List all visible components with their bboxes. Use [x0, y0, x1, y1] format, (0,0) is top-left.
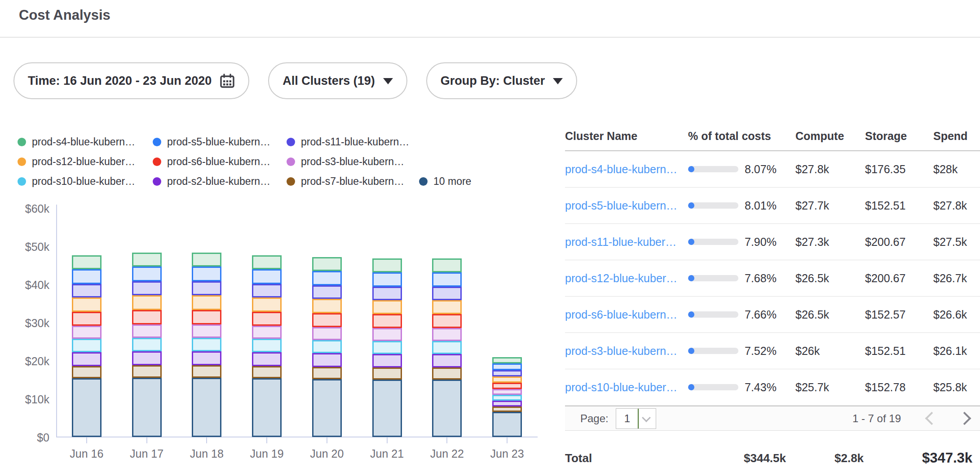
bar-segment-prod-s7-blue-kubern[interactable] [372, 367, 402, 380]
bar-segment-10-more[interactable] [372, 380, 402, 437]
bar-segment-prod-s5-blue-kubern[interactable] [492, 363, 522, 370]
legend-item-prod-s7-blue-kubern[interactable]: prod-s7-blue-kubern… [287, 175, 419, 188]
legend-item-prod-s11-blue-kubern[interactable]: prod-s11-blue-kubern… [287, 136, 419, 148]
bar-segment-10-more[interactable] [72, 378, 102, 437]
bar-segment-prod-s4-blue-kubern[interactable] [132, 253, 162, 267]
bar-segment-prod-s12-blue-kuber[interactable] [432, 300, 462, 314]
bar-segment-prod-s4-blue-kubern[interactable] [72, 255, 102, 269]
bar-segment-prod-s6-blue-kubern[interactable] [72, 312, 102, 326]
bar-segment-prod-s11-blue-kubern[interactable] [372, 287, 402, 300]
bar-segment-prod-s12-blue-kuber[interactable] [252, 297, 282, 312]
bar-segment-prod-s12-blue-kuber[interactable] [492, 376, 522, 383]
bar-segment-prod-s12-blue-kuber[interactable] [72, 297, 102, 312]
legend-item-prod-s4-blue-kubern[interactable]: prod-s4-blue-kubern… [18, 136, 153, 148]
next-page-button[interactable] [958, 412, 971, 425]
bar-segment-prod-s7-blue-kubern[interactable] [192, 365, 221, 378]
legend-item-prod-s3-blue-kubern[interactable]: prod-s3-blue-kubern… [287, 156, 419, 168]
bar-segment-prod-s2-blue-kubern[interactable] [132, 351, 162, 365]
bar-segment-prod-s6-blue-kubern[interactable] [192, 310, 221, 324]
bar-segment-10-more[interactable] [192, 378, 221, 437]
cluster-link[interactable]: prod-s3-blue-kubern… [565, 345, 688, 358]
page-select[interactable]: 1 [616, 408, 656, 429]
prev-page-button[interactable] [925, 412, 939, 425]
bar-segment-prod-s10-blue-kuber[interactable] [492, 395, 522, 401]
legend-item-prod-s2-blue-kubern[interactable]: prod-s2-blue-kubern… [153, 175, 287, 188]
bar-segment-prod-s11-blue-kubern[interactable] [72, 284, 102, 297]
cluster-link[interactable]: prod-s12-blue-kuber… [565, 272, 688, 285]
bar-segment-prod-s4-blue-kubern[interactable] [432, 258, 462, 272]
bar-segment-prod-s7-blue-kubern[interactable] [252, 366, 282, 378]
bar-segment-prod-s6-blue-kubern[interactable] [252, 312, 282, 326]
bar-segment-prod-s5-blue-kubern[interactable] [132, 267, 162, 281]
bar-segment-prod-s5-blue-kubern[interactable] [72, 269, 102, 284]
bar-segment-prod-s10-blue-kuber[interactable] [312, 340, 342, 353]
cluster-link[interactable]: prod-s11-blue-kuber… [565, 236, 688, 249]
bar-segment-prod-s7-blue-kubern[interactable] [492, 406, 522, 412]
bar-segment-prod-s11-blue-kubern[interactable] [432, 287, 462, 300]
time-range-filter[interactable]: Time: 16 Jun 2020 - 23 Jun 2020 [13, 62, 249, 99]
bar-segment-prod-s3-blue-kubern[interactable] [432, 328, 462, 341]
bar-segment-prod-s6-blue-kubern[interactable] [312, 313, 342, 327]
bar-segment-10-more[interactable] [312, 379, 342, 437]
bar-segment-10-more[interactable] [492, 412, 522, 437]
bar-segment-prod-s10-blue-kuber[interactable] [372, 341, 402, 354]
bar-segment-prod-s7-blue-kubern[interactable] [432, 367, 462, 380]
bar-segment-prod-s2-blue-kubern[interactable] [192, 351, 221, 365]
bar-segment-prod-s10-blue-kuber[interactable] [132, 338, 162, 351]
bar-segment-prod-s4-blue-kubern[interactable] [312, 257, 342, 271]
legend-item-prod-s10-blue-kuber[interactable]: prod-s10-blue-kuber… [18, 175, 153, 188]
bar-segment-prod-s2-blue-kubern[interactable] [492, 401, 522, 406]
bar-segment-10-more[interactable] [252, 378, 282, 437]
bar-segment-prod-s12-blue-kuber[interactable] [372, 300, 402, 314]
bar-segment-prod-s3-blue-kubern[interactable] [372, 328, 402, 341]
bar-segment-prod-s2-blue-kubern[interactable] [312, 353, 342, 367]
bar-segment-prod-s12-blue-kuber[interactable] [132, 295, 162, 310]
bar-segment-prod-s3-blue-kubern[interactable] [132, 324, 162, 338]
bar-segment-prod-s4-blue-kubern[interactable] [252, 255, 282, 269]
bar-segment-prod-s11-blue-kubern[interactable] [492, 370, 522, 376]
bar-segment-prod-s10-blue-kuber[interactable] [192, 338, 221, 351]
bar-segment-prod-s11-blue-kubern[interactable] [132, 281, 162, 295]
bar-segment-prod-s2-blue-kubern[interactable] [252, 352, 282, 366]
legend-item-prod-s12-blue-kuber[interactable]: prod-s12-blue-kuber… [18, 156, 153, 168]
bar-segment-prod-s3-blue-kubern[interactable] [72, 326, 102, 339]
legend-item-prod-s6-blue-kubern[interactable]: prod-s6-blue-kubern… [153, 156, 287, 168]
bar-segment-prod-s10-blue-kuber[interactable] [432, 341, 462, 354]
bar-segment-prod-s4-blue-kubern[interactable] [372, 258, 402, 272]
bar-segment-prod-s4-blue-kubern[interactable] [492, 357, 522, 363]
bar-segment-prod-s6-blue-kubern[interactable] [132, 310, 162, 324]
bar-segment-prod-s11-blue-kubern[interactable] [312, 285, 342, 299]
bar-segment-prod-s10-blue-kuber[interactable] [252, 339, 282, 352]
bar-segment-prod-s11-blue-kubern[interactable] [192, 281, 221, 295]
bar-segment-prod-s11-blue-kubern[interactable] [252, 284, 282, 297]
bar-segment-prod-s5-blue-kubern[interactable] [192, 267, 221, 281]
bar-segment-prod-s2-blue-kubern[interactable] [372, 354, 402, 367]
cluster-link[interactable]: prod-s10-blue-kuber… [565, 381, 688, 394]
cluster-link[interactable]: prod-s6-blue-kubern… [565, 308, 688, 321]
clusters-filter[interactable]: All Clusters (19) [268, 62, 407, 99]
bar-segment-prod-s3-blue-kubern[interactable] [492, 389, 522, 395]
bar-segment-prod-s12-blue-kuber[interactable] [312, 299, 342, 313]
bar-segment-prod-s3-blue-kubern[interactable] [312, 327, 342, 340]
bar-segment-prod-s6-blue-kubern[interactable] [492, 383, 522, 389]
bar-segment-prod-s5-blue-kubern[interactable] [252, 269, 282, 284]
group-by-filter[interactable]: Group By: Cluster [426, 62, 578, 99]
bar-segment-prod-s4-blue-kubern[interactable] [192, 253, 221, 267]
bar-segment-prod-s6-blue-kubern[interactable] [432, 314, 462, 328]
bar-segment-prod-s3-blue-kubern[interactable] [252, 326, 282, 339]
bar-segment-prod-s2-blue-kubern[interactable] [432, 354, 462, 367]
bar-segment-prod-s7-blue-kubern[interactable] [72, 366, 102, 378]
bar-segment-prod-s10-blue-kuber[interactable] [72, 339, 102, 352]
bar-segment-prod-s5-blue-kubern[interactable] [432, 272, 462, 287]
bar-segment-prod-s2-blue-kubern[interactable] [72, 352, 102, 366]
bar-segment-prod-s5-blue-kubern[interactable] [372, 272, 402, 287]
bar-segment-prod-s7-blue-kubern[interactable] [132, 365, 162, 378]
bar-segment-prod-s3-blue-kubern[interactable] [192, 324, 221, 338]
bar-segment-10-more[interactable] [132, 378, 162, 437]
cluster-link[interactable]: prod-s5-blue-kubern… [565, 199, 688, 212]
cluster-link[interactable]: prod-s4-blue-kubern… [565, 163, 688, 176]
bar-segment-prod-s12-blue-kuber[interactable] [192, 295, 221, 310]
bar-segment-prod-s5-blue-kubern[interactable] [312, 271, 342, 285]
legend-item-prod-s5-blue-kubern[interactable]: prod-s5-blue-kubern… [153, 136, 287, 148]
bar-segment-prod-s7-blue-kubern[interactable] [312, 367, 342, 379]
